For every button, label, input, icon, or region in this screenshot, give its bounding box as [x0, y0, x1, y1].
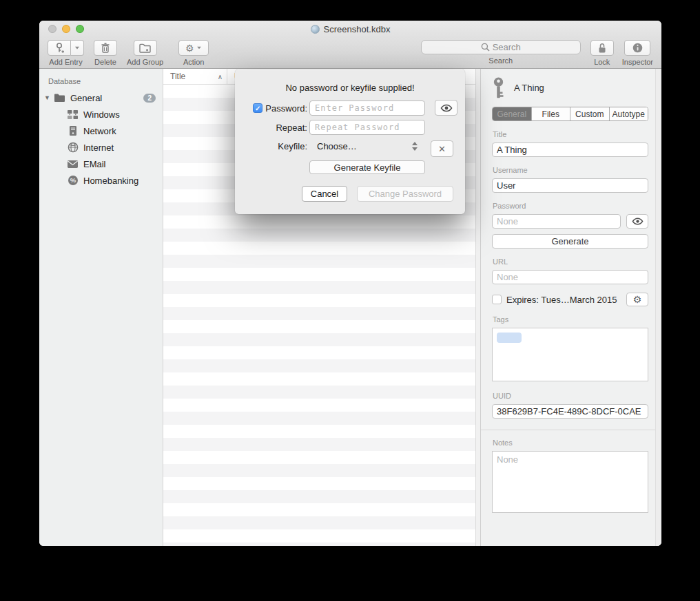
traffic-lights [48, 25, 84, 33]
sidebar-header: Database [39, 74, 163, 89]
delete-button[interactable] [94, 40, 117, 56]
document-icon [311, 25, 320, 34]
tab-general[interactable]: General [493, 107, 531, 120]
change-password-dialog: No password or keyfile supplied! ✓ Passw… [235, 70, 465, 214]
dialog-keyfile-label: Keyfile: [278, 141, 307, 151]
sidebar-item-label: Network [83, 126, 116, 136]
group-count-badge: 2 [143, 94, 156, 103]
toolbar: Add Entry Delete Add Group ⚙ Action [39, 38, 661, 66]
inspector-panel: A Thing General Files Custom Autotype Ti… [481, 69, 661, 546]
percent-icon: % [68, 175, 79, 186]
inspector-button[interactable] [624, 40, 650, 56]
notes-field[interactable] [492, 451, 648, 513]
chevron-down-icon [75, 47, 79, 50]
uuid-field[interactable] [492, 404, 648, 419]
expires-label: Expires: Tues…March 2015 [506, 295, 621, 305]
notes-label: Notes [493, 439, 648, 447]
clear-keyfile-button[interactable]: ✕ [431, 140, 453, 157]
password-checkbox[interactable]: ✓ [253, 103, 262, 113]
lock-label: Lock [594, 58, 610, 66]
username-field[interactable] [492, 178, 648, 193]
column-header-title[interactable]: Title ∧ [163, 69, 227, 84]
reveal-password-button[interactable] [626, 214, 648, 229]
action-button[interactable]: ⚙ [178, 40, 209, 56]
popup-stepper-icon [412, 142, 418, 151]
sidebar-item-email[interactable]: EMail [39, 156, 163, 172]
search-label: Search [488, 56, 513, 65]
repeat-password-field[interactable] [309, 120, 425, 135]
inspector-scrollbar[interactable] [655, 69, 661, 546]
close-button[interactable] [48, 25, 56, 33]
cancel-button[interactable]: Cancel [302, 186, 347, 202]
inspector-label: Inspector [622, 58, 653, 66]
sidebar-group-label: General [70, 93, 102, 103]
tab-custom[interactable]: Custom [570, 107, 609, 120]
lock-icon [597, 43, 607, 54]
titlebar: Screenshot.kdbx [39, 21, 661, 38]
sort-ascending-icon: ∧ [218, 73, 223, 81]
trash-icon [101, 43, 110, 53]
add-group-label: Add Group [127, 58, 163, 66]
dialog-message: No password or keyfile supplied! [235, 83, 465, 93]
tag-token[interactable] [497, 333, 522, 343]
close-x-icon: ✕ [438, 144, 446, 154]
add-entry-dropdown-button[interactable] [71, 40, 84, 56]
sidebar-item-windows[interactable]: Windows [39, 106, 163, 123]
url-field[interactable] [492, 270, 648, 284]
password-field[interactable] [492, 214, 621, 229]
sidebar-item-label: EMail [83, 159, 106, 169]
tab-autotype[interactable]: Autotype [609, 107, 648, 120]
expires-checkbox[interactable] [492, 295, 502, 304]
key-icon [492, 77, 505, 98]
sidebar-item-label: Internet [83, 143, 114, 153]
entry-title: A Thing [514, 83, 544, 93]
sidebar-item-network[interactable]: Network [39, 123, 163, 139]
username-label: Username [493, 166, 648, 174]
minimize-button[interactable] [62, 25, 70, 33]
expires-settings-button[interactable]: ⚙ [626, 293, 648, 306]
tags-field[interactable] [492, 328, 648, 381]
globe-icon [68, 142, 79, 153]
folder-plus-icon [139, 43, 151, 53]
change-password-button[interactable]: Change Password [357, 186, 453, 202]
lock-button[interactable] [590, 40, 614, 56]
keyfile-popup[interactable]: Choose… [317, 141, 422, 151]
add-group-button[interactable] [134, 40, 157, 56]
window-chrome: Screenshot.kdbx Add Entry Del [39, 21, 661, 69]
window-title: Screenshot.kdbx [324, 24, 391, 34]
sidebar: Database ▼ General 2 Windows Network Int… [39, 69, 163, 546]
sidebar-item-label: Windows [83, 109, 120, 120]
delete-label: Delete [94, 58, 116, 66]
url-label: URL [493, 257, 648, 266]
envelope-icon [67, 160, 79, 169]
sidebar-item-label: Homebanking [83, 176, 138, 186]
enter-password-field[interactable] [309, 101, 425, 116]
title-field[interactable] [492, 143, 648, 157]
key-plus-icon [54, 43, 65, 54]
uuid-label: UUID [493, 392, 648, 400]
generate-button[interactable]: Generate [492, 234, 648, 249]
generate-keyfile-button[interactable]: Generate Keyfile [309, 160, 425, 174]
info-icon [632, 43, 643, 53]
zoom-button[interactable] [76, 25, 84, 33]
sidebar-group-general[interactable]: ▼ General 2 [39, 89, 163, 106]
add-entry-button[interactable] [48, 40, 71, 56]
keyfile-selected-value: Choose… [317, 141, 412, 151]
folder-icon [54, 93, 65, 103]
eye-icon [440, 104, 453, 112]
tab-files[interactable]: Files [531, 107, 570, 120]
section-divider [481, 430, 661, 430]
server-icon [69, 125, 77, 136]
reveal-password-button[interactable] [435, 100, 457, 116]
dialog-repeat-label: Repeat: [276, 123, 307, 133]
sidebar-item-internet[interactable]: Internet [39, 139, 163, 156]
table-scrollbar[interactable] [475, 69, 481, 546]
add-entry-label: Add Entry [49, 58, 82, 66]
windows-icon [67, 109, 79, 120]
search-input[interactable]: Search [421, 40, 581, 54]
inspector-tabs: General Files Custom Autotype [492, 107, 648, 121]
sidebar-item-homebanking[interactable]: % Homebanking [39, 172, 163, 189]
gear-icon: ⚙ [633, 294, 642, 305]
disclosure-triangle-icon[interactable]: ▼ [44, 94, 54, 101]
search-icon [481, 43, 490, 52]
